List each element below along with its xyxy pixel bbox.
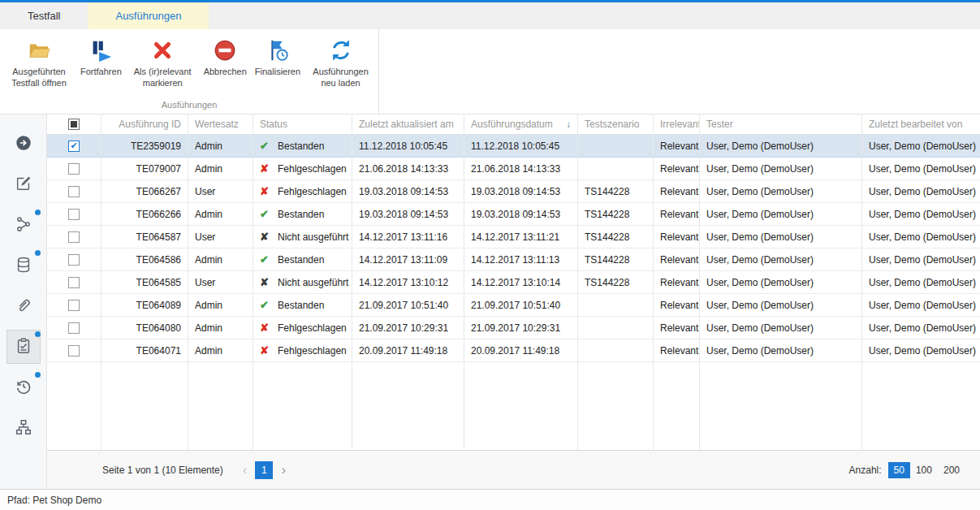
column-header-status[interactable]: Status <box>253 115 352 134</box>
toolbar-group-label: Ausführungen <box>0 99 378 114</box>
cell-wertesatz: User <box>188 180 253 202</box>
cell-editedby: User, Demo (DemoUser) <box>862 180 980 202</box>
cell-id: TE2359019 <box>101 135 188 157</box>
cell-execdate: 21.06.2018 14:13:33 <box>464 158 578 179</box>
select-all-checkbox[interactable] <box>68 119 80 130</box>
cell-editedby: User, Demo (DemoUser) <box>862 294 980 316</box>
cell-testszenario: TS144228 <box>578 271 654 293</box>
table-row[interactable]: TE2359019Admin✔Bestanden11.12.2018 10:05… <box>47 135 980 158</box>
column-header-editedby[interactable]: Zuletzt bearbeitet von <box>862 115 980 134</box>
database-icon <box>15 256 32 276</box>
status-label: Nicht ausgeführt <box>278 277 348 288</box>
toolbar-button-finalize[interactable]: Finalisieren <box>251 34 304 80</box>
row-checkbox[interactable] <box>68 140 80 152</box>
chevron-left-icon[interactable]: ‹ <box>240 463 251 477</box>
table-row[interactable]: TE064585User✘Nicht ausgeführt14.12.2017 … <box>47 271 980 294</box>
sidebar-item-edit[interactable] <box>7 168 40 201</box>
cell-id: TE064585 <box>101 271 188 293</box>
cancel-icon <box>213 37 237 64</box>
column-header-tester[interactable]: Tester <box>700 115 862 134</box>
sidebar-item-links[interactable] <box>7 209 40 241</box>
sidebar-item-hierarchy[interactable] <box>7 412 40 444</box>
cell-tester: User, Demo (DemoUser) <box>700 203 862 225</box>
table-row[interactable]: TE079007Admin✘Fehlgeschlagen21.06.2018 1… <box>47 158 980 180</box>
page-button-1[interactable]: 1 <box>255 461 273 479</box>
filler-cell <box>578 362 654 450</box>
toolbar-button-continue[interactable]: Fortfahren <box>76 34 126 80</box>
attachment-icon <box>15 296 32 317</box>
cell-execdate: 20.09.2017 11:49:18 <box>464 339 578 361</box>
status-label: Fehlgeschlagen <box>278 186 347 197</box>
row-checkbox[interactable] <box>68 345 80 357</box>
cell-tester: User, Demo (DemoUser) <box>700 249 862 270</box>
table-filler <box>47 362 980 450</box>
column-header-updated[interactable]: Zuletzt aktualisiert am <box>352 115 464 134</box>
sidebar-item-run[interactable] <box>7 128 40 160</box>
cell-editedby: User, Demo (DemoUser) <box>862 249 980 270</box>
sidebar-item-attachments[interactable] <box>7 290 40 322</box>
table-row[interactable]: TE064586Admin✔Bestanden14.12.2017 13:11:… <box>47 249 980 271</box>
cell-status: ✘Nicht ausgeführt <box>253 226 352 248</box>
toolbar-button-open-executed-testcase[interactable]: Ausgeführten Testfall öffnen <box>2 34 76 92</box>
row-checkbox[interactable] <box>68 186 80 197</box>
row-checkbox[interactable] <box>68 231 80 243</box>
cell-id: TE064080 <box>101 317 188 339</box>
cell-check <box>47 158 101 179</box>
count-option-100[interactable]: 100 <box>910 462 938 478</box>
cell-execdate: 21.09.2017 10:29:31 <box>464 317 578 339</box>
toolbar-buttons: Ausgeführten Testfall öffnenFortfahrenAl… <box>0 29 378 99</box>
sidebar-item-data[interactable] <box>7 249 40 282</box>
count-option-50[interactable]: 50 <box>888 462 910 478</box>
cell-execdate: 14.12.2017 13:10:14 <box>464 271 578 293</box>
column-header-execdate[interactable]: Ausführungsdatum↓ <box>464 115 578 134</box>
table-row[interactable]: TE064080Admin✘Fehlgeschlagen21.09.2017 1… <box>47 317 980 339</box>
chevron-right-icon[interactable]: › <box>278 463 289 477</box>
row-checkbox[interactable] <box>68 322 80 334</box>
cell-id: TE064071 <box>101 339 188 361</box>
count-option-200[interactable]: 200 <box>938 462 965 478</box>
column-header-irrelevant[interactable]: Irrelevant <box>654 115 700 134</box>
cell-id: TE079007 <box>101 158 188 179</box>
path-label: Pfad: Pet Shop Demo <box>7 495 101 506</box>
notification-dot <box>35 331 41 337</box>
table-header: Ausführung IDWertesatzStatusZuletzt aktu… <box>47 115 980 135</box>
row-checkbox[interactable] <box>68 209 80 220</box>
column-header-label: Tester <box>706 119 733 130</box>
table-row[interactable]: TE064071Admin✘Fehlgeschlagen20.09.2017 1… <box>47 339 980 362</box>
toolbar-button-cancel[interactable]: Abbrechen <box>200 34 251 80</box>
status-failed-icon: ✘ <box>260 185 274 197</box>
table-row[interactable]: TE066267User✘Fehlgeschlagen19.03.2018 09… <box>47 180 980 203</box>
edit-icon <box>15 175 32 195</box>
cell-irrelevant: Relevant <box>654 180 700 202</box>
column-header-testszenario[interactable]: Testszenario <box>578 115 654 134</box>
table-row[interactable]: TE066266Admin✔Bestanden19.03.2018 09:14:… <box>47 203 980 226</box>
pagination-summary: Seite 1 von 1 (10 Elemente) <box>102 465 223 476</box>
tab-testfall[interactable]: Testfall <box>0 2 88 29</box>
cell-id: TE064586 <box>101 249 188 270</box>
row-checkbox[interactable] <box>68 300 80 311</box>
cell-status: ✔Bestanden <box>253 135 352 157</box>
toolbar-button-label: Als (ir)relevant markieren <box>130 67 196 89</box>
cell-check <box>47 180 101 202</box>
row-checkbox[interactable] <box>68 163 80 175</box>
tab-bar: Testfall Ausführungen <box>0 2 980 29</box>
page-size-selector: Anzahl: 50100200 <box>849 462 965 478</box>
column-header-label: Ausführungsdatum <box>471 119 553 130</box>
row-checkbox[interactable] <box>68 277 80 288</box>
tab-ausfuehrungen[interactable]: Ausführungen <box>88 2 209 29</box>
count-options: 50100200 <box>888 462 965 478</box>
table-row[interactable]: TE064587User✘Nicht ausgeführt14.12.2017 … <box>47 226 980 249</box>
sidebar-item-executions[interactable] <box>7 331 40 363</box>
column-header-id[interactable]: Ausführung ID <box>101 115 188 134</box>
column-header-label: Status <box>260 119 287 130</box>
status-passed-icon: ✔ <box>260 140 274 152</box>
column-header-wertesatz[interactable]: Wertesatz <box>188 115 253 134</box>
cell-tester: User, Demo (DemoUser) <box>700 317 862 339</box>
table-row[interactable]: TE064089Admin✔Bestanden21.09.2017 10:51:… <box>47 294 980 317</box>
column-header-label: Ausführung ID <box>119 119 181 130</box>
toolbar-button-reload-executions[interactable]: Ausführungen neu laden <box>304 34 377 92</box>
sidebar-item-history[interactable] <box>7 371 40 404</box>
open-executed-testcase-icon <box>27 37 51 64</box>
toolbar-button-mark-irrelevant[interactable]: Als (ir)relevant markieren <box>126 34 200 92</box>
row-checkbox[interactable] <box>68 254 80 266</box>
